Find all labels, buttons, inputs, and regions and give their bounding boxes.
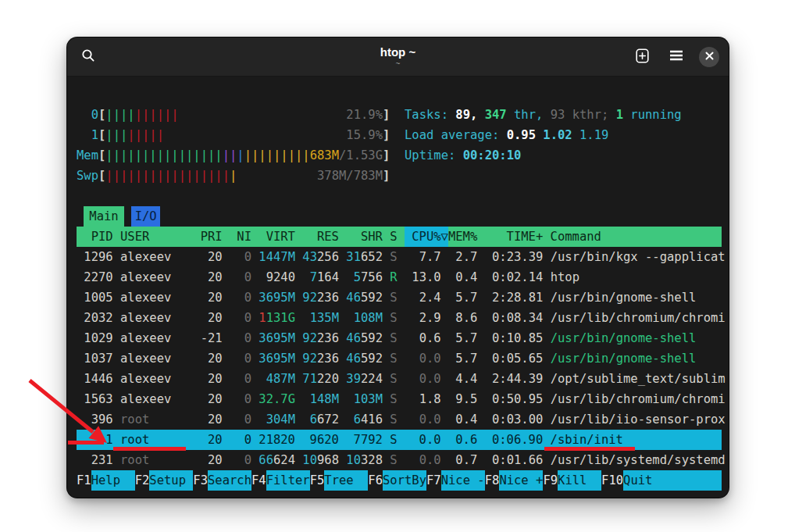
fkey-action-search[interactable]: Search [208, 470, 251, 491]
process-row-1296[interactable]: 1296 alexeev 20 0 1447M 43256 31652 S 7.… [77, 247, 722, 267]
mem-meter: Mem[||||||||||||||||||||||||||||683M/1.5… [77, 145, 722, 166]
process-row-396[interactable]: 396 root 20 0 304M 6672 6416 S 0.0 0.4 0… [77, 409, 722, 430]
fkey-action-quit[interactable]: Quit [623, 470, 722, 491]
search-button[interactable] [77, 45, 100, 69]
fkey-f6: F6 [368, 470, 383, 491]
process-table-header[interactable]: PID USER PRI NI VIRT RES SHR S CPU%▽MEM%… [77, 227, 722, 247]
fkey-action-nice--[interactable]: Nice - [441, 470, 485, 491]
fkey-f3: F3 [193, 470, 208, 491]
fkey-action-tree[interactable]: Tree [324, 470, 368, 491]
close-button[interactable] [699, 47, 719, 67]
window-title: htop ~ [380, 45, 415, 59]
fkey-f2: F2 [135, 470, 150, 491]
fkey-f5: F5 [310, 470, 325, 491]
fkey-f1: F1 [77, 470, 91, 491]
process-row-1-init[interactable]: 1 root 20 0 21820 9620 7792 S 0.0 0.6 0:… [77, 430, 722, 450]
process-row-1037[interactable]: 1037 alexeev 20 0 3695M 92236 46592 S 0.… [77, 348, 722, 369]
process-row-1563[interactable]: 1563 alexeev 20 0 32.7G 148M 103M S 1.8 … [77, 389, 722, 409]
fkey-f7: F7 [426, 470, 441, 491]
process-row-1029[interactable]: 1029 alexeev -21 0 3695M 92236 46592 S 0… [77, 328, 722, 348]
fkey-f8: F8 [485, 470, 500, 491]
swp-meter: Swp[|||||||||||||||||| 378M/783M] [77, 166, 722, 186]
fkey-f9: F9 [543, 470, 558, 491]
screen-tabs: Main I/O [77, 206, 722, 227]
fkey-action-filter[interactable]: Filter [266, 470, 310, 491]
process-row-231[interactable]: 231 root 20 0 66624 10968 10328 S 0.0 0.… [77, 450, 722, 470]
blank-line [77, 186, 722, 206]
process-row-1005[interactable]: 1005 alexeev 20 0 3695M 92236 46592 S 2.… [77, 287, 722, 308]
process-row-2270[interactable]: 2270 alexeev 20 0 9240 7164 5756 R 13.0 … [77, 267, 722, 287]
titlebar: htop ~ ~ [67, 37, 729, 77]
tab-io[interactable]: I/O [131, 206, 160, 227]
new-tab-button[interactable] [630, 45, 654, 69]
menu-button[interactable] [665, 45, 688, 69]
fkey-action-help[interactable]: Help [91, 470, 135, 491]
process-row-1446[interactable]: 1446 alexeev 20 0 487M 71220 39224 S 0.0… [77, 369, 722, 389]
fkey-f10: F10 [601, 470, 623, 491]
function-key-bar: F1Help F2Setup F3SearchF4FilterF5Tree F6… [77, 470, 722, 491]
cpu1-meter: 1[|||||||| 15.9%] Load average: 0.95 1.0… [77, 125, 722, 145]
window-subtitle: ~ [396, 59, 401, 69]
process-row-2032[interactable]: 2032 alexeev 20 0 1131G 135M 108M S 2.9 … [77, 308, 722, 328]
search-icon [81, 48, 95, 65]
new-tab-icon [636, 48, 649, 66]
cpu0-meter: 0[|||||||||| 21.9%] Tasks: 89, 347 thr, … [77, 105, 722, 125]
fkey-f4: F4 [251, 470, 266, 491]
hamburger-menu-icon [669, 50, 683, 63]
htop-terminal: 0[|||||||||| 21.9%] Tasks: 89, 347 thr, … [67, 77, 729, 498]
fkey-action-setup[interactable]: Setup [149, 470, 193, 491]
tab-main[interactable]: Main [84, 206, 123, 227]
close-icon [705, 51, 714, 62]
fkey-action-sortby[interactable]: SortBy [383, 470, 426, 491]
fkey-action-nice--[interactable]: Nice + [499, 470, 543, 491]
fkey-action-kill[interactable]: Kill [558, 470, 601, 491]
console-window: htop ~ ~ 0[|||||||||| [66, 37, 729, 498]
